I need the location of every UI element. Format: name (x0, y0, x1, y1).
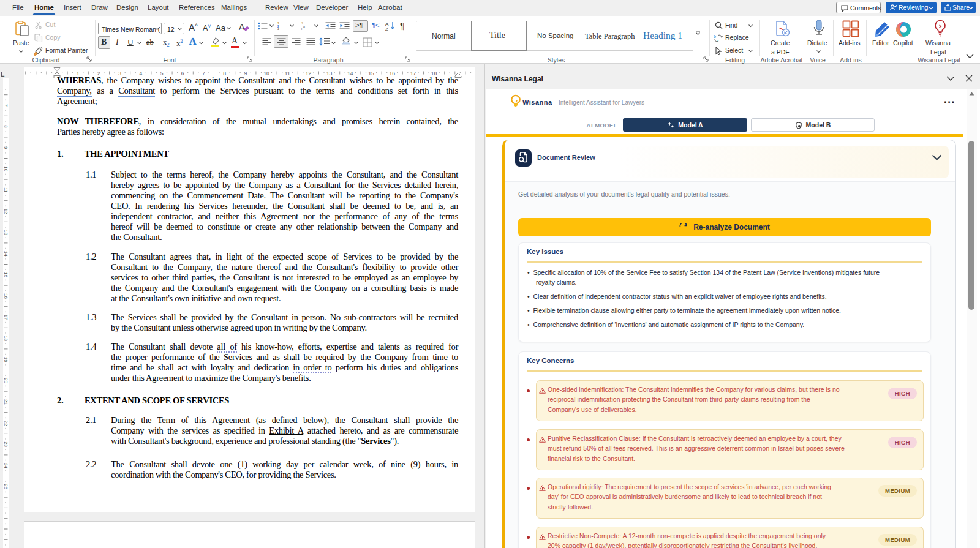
svg-text:14: 14 (3, 251, 9, 257)
svg-text:20: 20 (3, 378, 9, 383)
svg-text:17: 17 (3, 315, 9, 320)
svg-text:24: 24 (3, 463, 9, 468)
svg-text:8: 8 (3, 125, 9, 128)
svg-text:21: 21 (3, 399, 9, 405)
svg-text:3: 3 (277, 27, 279, 30)
svg-text:7: 7 (3, 104, 9, 107)
svg-text:11: 11 (3, 187, 9, 193)
svg-text:22: 22 (3, 421, 9, 426)
svg-text:9: 9 (3, 146, 9, 149)
svg-text:b: b (714, 34, 716, 39)
svg-text:18: 18 (3, 336, 9, 341)
svg-text:15: 15 (3, 272, 9, 277)
svg-text:i: i (301, 27, 302, 30)
svg-text:Z: Z (385, 26, 388, 31)
svg-text:10: 10 (3, 166, 9, 171)
svg-text:c: c (717, 39, 719, 43)
svg-text:13: 13 (3, 230, 9, 235)
svg-text:23: 23 (3, 441, 9, 447)
svg-text:16: 16 (3, 293, 9, 299)
svg-text:a: a (303, 24, 305, 28)
svg-text:19: 19 (3, 357, 9, 362)
svg-text:12: 12 (3, 209, 9, 214)
svg-text:25: 25 (3, 484, 9, 489)
